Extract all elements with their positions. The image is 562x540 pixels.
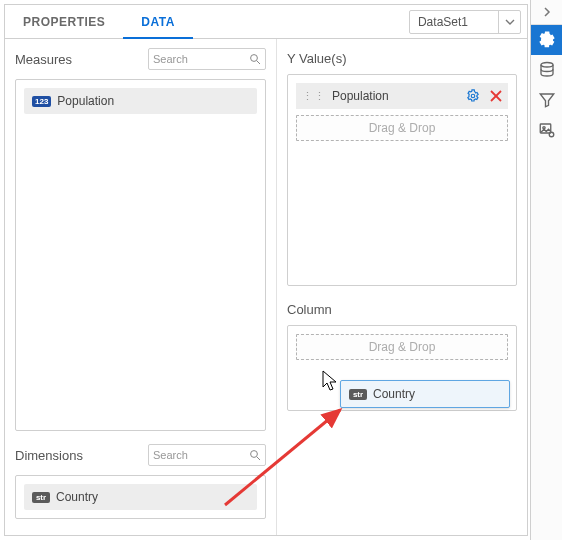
yvalues-title: Y Value(s) <box>287 51 517 66</box>
chevron-right-icon[interactable] <box>531 0 562 24</box>
svg-line-12 <box>225 410 340 505</box>
chevron-down-icon <box>498 11 520 33</box>
tab-properties[interactable]: PROPERTIES <box>5 5 123 39</box>
column-title: Column <box>287 302 517 317</box>
measure-pill[interactable]: 123 Population <box>24 88 257 114</box>
measures-search[interactable]: Search <box>148 48 266 70</box>
column-drop[interactable]: Drag & Drop <box>296 334 508 360</box>
dataset-value: DataSet1 <box>410 15 498 29</box>
svg-line-1 <box>257 61 260 64</box>
remove-icon[interactable] <box>490 90 502 102</box>
gear-icon[interactable] <box>466 89 480 103</box>
search-icon <box>249 53 261 65</box>
string-badge: str <box>32 492 50 503</box>
database-icon[interactable] <box>531 55 562 85</box>
yvalues-drop[interactable]: Drag & Drop <box>296 115 508 141</box>
tabs-row: PROPERTIES DATA DataSet1 <box>5 5 527 39</box>
settings-icon[interactable] <box>531 25 562 55</box>
cursor-icon <box>322 370 340 392</box>
search-placeholder: Search <box>153 449 188 461</box>
dataset-select[interactable]: DataSet1 <box>409 10 521 34</box>
svg-point-0 <box>251 55 258 62</box>
dimensions-title: Dimensions <box>15 448 83 463</box>
measures-title: Measures <box>15 52 72 67</box>
search-placeholder: Search <box>153 53 188 65</box>
numeric-badge: 123 <box>32 96 51 107</box>
svg-point-11 <box>549 132 554 137</box>
image-settings-icon[interactable] <box>531 115 562 145</box>
string-badge: str <box>349 389 367 400</box>
tab-data[interactable]: DATA <box>123 5 193 39</box>
y-item[interactable]: ⋮⋮ Population <box>296 83 508 109</box>
side-rail <box>530 0 562 540</box>
drag-ghost-label: Country <box>373 387 415 401</box>
y-item-label: Population <box>332 89 389 103</box>
filter-icon[interactable] <box>531 85 562 115</box>
drag-ghost: str Country <box>340 380 510 408</box>
annotation-arrow <box>220 400 360 510</box>
yvalues-box[interactable]: ⋮⋮ Population Drag & Drop <box>287 74 517 286</box>
grip-icon[interactable]: ⋮⋮ <box>302 90 326 103</box>
measure-label: Population <box>57 94 114 108</box>
svg-point-8 <box>541 63 553 68</box>
svg-point-4 <box>471 94 475 98</box>
measures-box: 123 Population <box>15 79 266 431</box>
dimension-label: Country <box>56 490 98 504</box>
